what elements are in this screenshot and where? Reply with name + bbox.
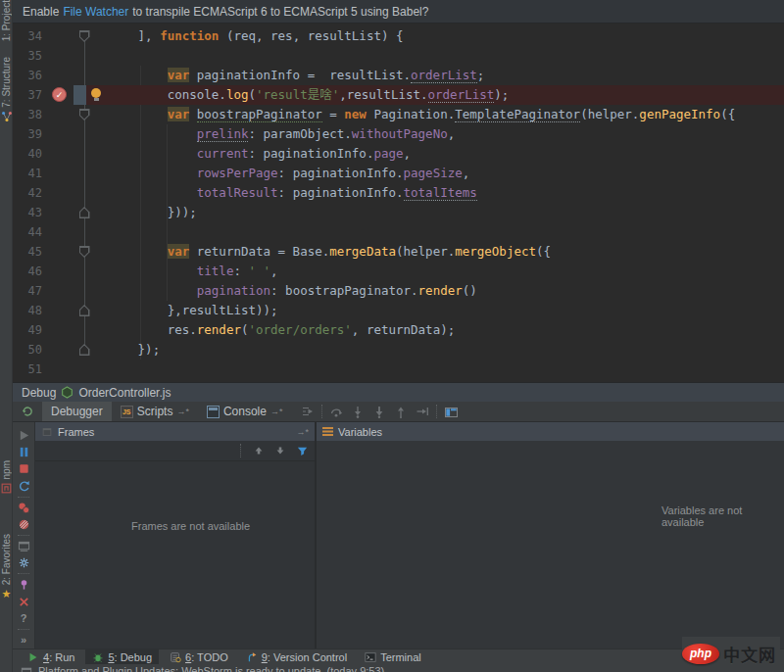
code-line-42[interactable]: 42 totalResult: paginationInfo.totalItem…: [13, 183, 784, 203]
run-icon: [27, 651, 39, 663]
code-line-50[interactable]: 50 });: [13, 340, 784, 360]
structure-label: 7: Structure: [1, 57, 12, 108]
intention-bulb-icon[interactable]: [91, 88, 101, 102]
resume-icon[interactable]: [14, 427, 33, 444]
code-text: var boostrapPaginator = new Pagination.T…: [116, 105, 735, 124]
previous-frame-icon[interactable]: [253, 445, 265, 456]
code-line-49[interactable]: 49 res.render('order/orders', returnData…: [13, 320, 784, 340]
favorites-label: 2: Favorites: [1, 534, 12, 585]
line-number[interactable]: 37: [13, 85, 42, 105]
frames-sub-toolbar: [35, 441, 315, 461]
rerun-icon[interactable]: [14, 478, 33, 495]
line-number[interactable]: 39: [13, 124, 42, 144]
line-number[interactable]: 46: [13, 262, 42, 281]
step-over-icon[interactable]: [325, 402, 347, 422]
code-line-41[interactable]: 41 rowsPerPage: paginationInfo.pageSize,: [13, 164, 784, 183]
debug-title: Debug: [22, 386, 56, 400]
breakpoint-icon[interactable]: ✓: [52, 87, 67, 102]
filter-frames-icon[interactable]: [296, 445, 309, 457]
tab-debugger[interactable]: Debugger: [42, 402, 112, 421]
code-line-40[interactable]: 40 current: paginationInfo.page,: [13, 144, 784, 164]
restore-layout-icon[interactable]: [14, 538, 33, 554]
force-step-into-icon[interactable]: [368, 402, 390, 422]
toolwindow-button-project[interactable]: 1: Project: [0, 0, 13, 49]
variables-empty-message: Variables are not available: [662, 504, 784, 528]
code-line-51[interactable]: 51: [13, 360, 784, 379]
step-into-icon[interactable]: [347, 402, 368, 422]
rerun-debug-icon[interactable]: [13, 402, 42, 421]
frames-empty-message: Frames are not available: [131, 520, 250, 532]
fold-marker-icon[interactable]: [79, 305, 90, 316]
line-number[interactable]: 49: [13, 320, 42, 340]
code-line-37[interactable]: 37✓ console.log('result是啥',resultList.or…: [13, 85, 784, 105]
code-line-46[interactable]: 46 title: ' ',: [13, 262, 784, 281]
step-out-icon[interactable]: [390, 402, 412, 422]
code-line-38[interactable]: 38 var boostrapPaginator = new Paginatio…: [13, 105, 784, 124]
code-line-45[interactable]: 45 var returnData = Base.mergeData(helpe…: [13, 242, 784, 262]
code-line-48[interactable]: 48 },resultList));: [13, 301, 784, 320]
line-number[interactable]: 35: [13, 46, 42, 66]
code-line-39[interactable]: 39 prelink: paramObject.withoutPageNo,: [13, 124, 784, 144]
toolwindow-button-run[interactable]: 4: Run: [21, 649, 81, 665]
toolwindow-button-terminal[interactable]: Terminal: [358, 649, 428, 665]
status-window-icon[interactable]: [21, 664, 32, 672]
line-number[interactable]: 45: [13, 242, 42, 262]
close-icon[interactable]: [14, 594, 33, 610]
toolwindow-button-debug[interactable]: 5: Debug: [85, 649, 159, 665]
php-watermark: php 中文网: [682, 637, 780, 670]
line-number[interactable]: 51: [13, 360, 42, 379]
line-number[interactable]: 41: [13, 164, 42, 183]
fold-marker-icon[interactable]: [79, 109, 90, 120]
toolwindow-button-favorites[interactable]: 2: Favorites ★: [0, 534, 13, 600]
tab-scripts[interactable]: Scripts →*: [112, 402, 198, 421]
tab-console[interactable]: Console →*: [198, 402, 292, 421]
view-breakpoints-icon[interactable]: [14, 500, 33, 516]
run-to-cursor-icon[interactable]: [412, 402, 433, 422]
line-number[interactable]: 50: [13, 340, 42, 360]
code-line-47[interactable]: 47 pagination: boostrapPaginator.render(…: [13, 281, 784, 301]
toolwindow-button-npm[interactable]: npm: [0, 460, 13, 495]
show-execution-point-icon[interactable]: [297, 402, 318, 422]
code-text: title: ' ',: [116, 262, 278, 281]
fold-marker-icon[interactable]: [79, 30, 90, 42]
debug-left-toolbar: ?»: [13, 422, 35, 648]
line-number[interactable]: 42: [13, 183, 42, 203]
code-editor[interactable]: 34 ], function (req, res, resultList) {3…: [13, 24, 784, 382]
variables-panel: Variables Variables are not available: [317, 422, 784, 648]
code-line-34[interactable]: 34 ], function (req, res, resultList) {: [13, 26, 784, 46]
code-text: totalResult: paginationInfo.totalItems: [116, 183, 477, 203]
favorites-star-icon: ★: [0, 588, 13, 600]
code-line-35[interactable]: 35: [13, 46, 784, 66]
line-number[interactable]: 48: [13, 301, 42, 320]
pin-icon[interactable]: [14, 576, 33, 593]
line-number[interactable]: 44: [13, 222, 42, 242]
fold-marker-icon[interactable]: [79, 207, 90, 218]
toolwindow-button-todo[interactable]: 6: TODO: [163, 649, 235, 665]
mute-breakpoints-icon[interactable]: [14, 516, 33, 533]
line-number[interactable]: 40: [13, 144, 42, 164]
fold-marker-icon[interactable]: [79, 344, 90, 356]
stop-icon[interactable]: [14, 460, 33, 477]
settings-icon[interactable]: [14, 554, 33, 571]
stepping-toolbar: [297, 402, 440, 421]
console-icon: [207, 406, 220, 418]
more-icon[interactable]: »: [14, 632, 33, 648]
file-watcher-link[interactable]: File Watcher: [63, 5, 128, 19]
layout-settings-icon[interactable]: [440, 402, 462, 422]
variables-panel-header: Variables: [317, 422, 784, 441]
code-line-44[interactable]: 44: [13, 222, 784, 242]
code-line-36[interactable]: 36 var paginationInfo = resultList.order…: [13, 66, 784, 85]
next-frame-icon[interactable]: [274, 445, 286, 456]
code-text: prelink: paramObject.withoutPageNo,: [116, 124, 455, 144]
toolwindow-button-structure[interactable]: 7: Structure: [0, 57, 13, 123]
line-number[interactable]: 43: [13, 203, 42, 222]
code-line-43[interactable]: 43 }));: [13, 203, 784, 222]
line-number[interactable]: 47: [13, 281, 42, 301]
pause-icon[interactable]: [14, 444, 33, 460]
fold-marker-icon[interactable]: [79, 246, 90, 258]
line-number[interactable]: 36: [13, 66, 42, 85]
line-number[interactable]: 38: [13, 105, 42, 124]
line-number[interactable]: 34: [13, 26, 42, 46]
help-icon[interactable]: ?: [14, 610, 33, 627]
toolwindow-button-version-control[interactable]: 9: Version Control: [239, 649, 354, 665]
